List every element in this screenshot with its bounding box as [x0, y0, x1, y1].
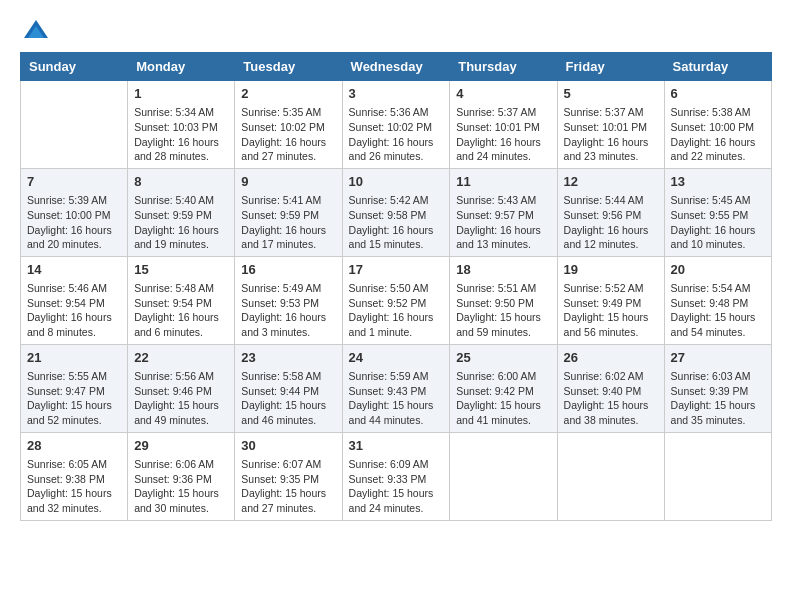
- calendar-cell: 18Sunrise: 5:51 AMSunset: 9:50 PMDayligh…: [450, 256, 557, 344]
- day-info-line: Sunset: 9:39 PM: [671, 384, 765, 399]
- day-info-line: Sunset: 9:50 PM: [456, 296, 550, 311]
- day-info-line: Daylight: 16 hours: [134, 310, 228, 325]
- day-info-line: Daylight: 16 hours: [349, 223, 444, 238]
- day-info-line: Sunset: 9:59 PM: [134, 208, 228, 223]
- day-info-line: Sunrise: 5:54 AM: [671, 281, 765, 296]
- day-info-line: Sunrise: 5:37 AM: [456, 105, 550, 120]
- day-info-line: Sunset: 9:54 PM: [27, 296, 121, 311]
- day-info-line: Daylight: 15 hours: [134, 486, 228, 501]
- day-number: 3: [349, 85, 444, 103]
- day-info-line: Sunrise: 5:39 AM: [27, 193, 121, 208]
- calendar-cell: 20Sunrise: 5:54 AMSunset: 9:48 PMDayligh…: [664, 256, 771, 344]
- day-number: 29: [134, 437, 228, 455]
- day-info-line: and 1 minute.: [349, 325, 444, 340]
- day-info-line: and 27 minutes.: [241, 501, 335, 516]
- calendar-cell: [21, 81, 128, 169]
- day-info-line: Daylight: 16 hours: [564, 223, 658, 238]
- day-number: 20: [671, 261, 765, 279]
- day-info-line: Daylight: 15 hours: [671, 310, 765, 325]
- day-info-line: and 44 minutes.: [349, 413, 444, 428]
- day-info-line: and 15 minutes.: [349, 237, 444, 252]
- calendar-cell: 16Sunrise: 5:49 AMSunset: 9:53 PMDayligh…: [235, 256, 342, 344]
- calendar-cell: 11Sunrise: 5:43 AMSunset: 9:57 PMDayligh…: [450, 168, 557, 256]
- calendar-cell: 3Sunrise: 5:36 AMSunset: 10:02 PMDayligh…: [342, 81, 450, 169]
- day-info-line: Daylight: 16 hours: [241, 223, 335, 238]
- day-info-line: and 23 minutes.: [564, 149, 658, 164]
- calendar-cell: [450, 432, 557, 520]
- day-info-line: Sunset: 10:02 PM: [241, 120, 335, 135]
- day-info-line: Sunset: 10:00 PM: [27, 208, 121, 223]
- day-info-line: Sunset: 9:44 PM: [241, 384, 335, 399]
- day-info-line: Daylight: 16 hours: [671, 223, 765, 238]
- day-info-line: Daylight: 16 hours: [671, 135, 765, 150]
- day-number: 6: [671, 85, 765, 103]
- day-info-line: and 52 minutes.: [27, 413, 121, 428]
- day-number: 8: [134, 173, 228, 191]
- day-number: 1: [134, 85, 228, 103]
- day-info-line: Sunrise: 5:49 AM: [241, 281, 335, 296]
- calendar-cell: 12Sunrise: 5:44 AMSunset: 9:56 PMDayligh…: [557, 168, 664, 256]
- day-number: 15: [134, 261, 228, 279]
- day-info-line: Daylight: 16 hours: [134, 223, 228, 238]
- day-info-line: and 35 minutes.: [671, 413, 765, 428]
- calendar-cell: 8Sunrise: 5:40 AMSunset: 9:59 PMDaylight…: [128, 168, 235, 256]
- day-info-line: Sunrise: 5:35 AM: [241, 105, 335, 120]
- day-info-line: Daylight: 16 hours: [456, 135, 550, 150]
- calendar-cell: 1Sunrise: 5:34 AMSunset: 10:03 PMDayligh…: [128, 81, 235, 169]
- day-info-line: Sunrise: 6:00 AM: [456, 369, 550, 384]
- day-info-line: Sunset: 9:40 PM: [564, 384, 658, 399]
- page: SundayMondayTuesdayWednesdayThursdayFrid…: [0, 0, 792, 612]
- day-info-line: Daylight: 16 hours: [27, 223, 121, 238]
- day-info-line: Daylight: 16 hours: [134, 135, 228, 150]
- calendar-cell: 27Sunrise: 6:03 AMSunset: 9:39 PMDayligh…: [664, 344, 771, 432]
- calendar-cell: 19Sunrise: 5:52 AMSunset: 9:49 PMDayligh…: [557, 256, 664, 344]
- day-info-line: Sunrise: 5:38 AM: [671, 105, 765, 120]
- day-info-line: Sunset: 10:01 PM: [564, 120, 658, 135]
- day-info-line: Daylight: 15 hours: [456, 310, 550, 325]
- calendar-cell: 31Sunrise: 6:09 AMSunset: 9:33 PMDayligh…: [342, 432, 450, 520]
- day-number: 26: [564, 349, 658, 367]
- day-info-line: and 56 minutes.: [564, 325, 658, 340]
- day-number: 4: [456, 85, 550, 103]
- day-info-line: and 3 minutes.: [241, 325, 335, 340]
- day-info-line: Sunrise: 5:45 AM: [671, 193, 765, 208]
- day-info-line: and 20 minutes.: [27, 237, 121, 252]
- day-info-line: Daylight: 15 hours: [349, 398, 444, 413]
- calendar-cell: 5Sunrise: 5:37 AMSunset: 10:01 PMDayligh…: [557, 81, 664, 169]
- day-number: 22: [134, 349, 228, 367]
- week-row-3: 14Sunrise: 5:46 AMSunset: 9:54 PMDayligh…: [21, 256, 772, 344]
- calendar-cell: 24Sunrise: 5:59 AMSunset: 9:43 PMDayligh…: [342, 344, 450, 432]
- day-info-line: and 54 minutes.: [671, 325, 765, 340]
- day-number: 27: [671, 349, 765, 367]
- day-info-line: Daylight: 15 hours: [564, 398, 658, 413]
- day-info-line: and 6 minutes.: [134, 325, 228, 340]
- weekday-header-wednesday: Wednesday: [342, 53, 450, 81]
- day-info-line: and 24 minutes.: [456, 149, 550, 164]
- day-info-line: and 41 minutes.: [456, 413, 550, 428]
- day-number: 5: [564, 85, 658, 103]
- day-info-line: Sunrise: 6:07 AM: [241, 457, 335, 472]
- day-number: 19: [564, 261, 658, 279]
- day-info-line: Sunset: 9:36 PM: [134, 472, 228, 487]
- calendar-cell: 23Sunrise: 5:58 AMSunset: 9:44 PMDayligh…: [235, 344, 342, 432]
- day-info-line: Daylight: 15 hours: [27, 398, 121, 413]
- day-info-line: Sunrise: 5:44 AM: [564, 193, 658, 208]
- day-info-line: Sunset: 9:33 PM: [349, 472, 444, 487]
- day-number: 25: [456, 349, 550, 367]
- day-info-line: Sunset: 9:53 PM: [241, 296, 335, 311]
- day-info-line: Sunrise: 6:09 AM: [349, 457, 444, 472]
- calendar-table: SundayMondayTuesdayWednesdayThursdayFrid…: [20, 52, 772, 521]
- logo: [20, 16, 50, 44]
- day-info-line: Sunset: 9:55 PM: [671, 208, 765, 223]
- calendar-cell: [664, 432, 771, 520]
- day-number: 31: [349, 437, 444, 455]
- calendar-cell: 21Sunrise: 5:55 AMSunset: 9:47 PMDayligh…: [21, 344, 128, 432]
- day-info-line: Daylight: 15 hours: [456, 398, 550, 413]
- day-info-line: Sunrise: 5:48 AM: [134, 281, 228, 296]
- day-info-line: Sunset: 9:49 PM: [564, 296, 658, 311]
- day-info-line: and 19 minutes.: [134, 237, 228, 252]
- day-info-line: Daylight: 15 hours: [241, 398, 335, 413]
- day-info-line: Daylight: 16 hours: [241, 310, 335, 325]
- day-info-line: Sunrise: 5:52 AM: [564, 281, 658, 296]
- day-info-line: and 10 minutes.: [671, 237, 765, 252]
